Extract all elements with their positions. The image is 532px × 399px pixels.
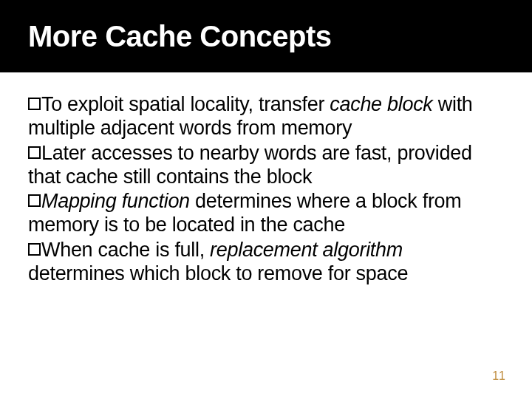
bullet-box-icon xyxy=(28,98,41,110)
bullet-item: To exploit spatial locality, transfer ca… xyxy=(28,93,504,140)
bullet-text-pre: Later accesses to nearby words are fast,… xyxy=(28,142,472,188)
bullet-text-pre: When cache is full, xyxy=(41,239,210,261)
bullet-text-em: cache block xyxy=(330,93,432,115)
bullet-text-em: Mapping function xyxy=(41,190,190,212)
bullet-text-post: determines which block to remove for spa… xyxy=(28,262,408,284)
bullet-item: Mapping function determines where a bloc… xyxy=(28,190,504,237)
bullet-box-icon xyxy=(28,194,41,207)
page-number: 11 xyxy=(492,369,505,383)
slide-body: To exploit spatial locality, transfer ca… xyxy=(0,72,532,286)
bullet-text-pre: To exploit spatial locality, transfer xyxy=(41,93,330,115)
slide-title: More Cache Concepts xyxy=(28,20,332,53)
bullet-item: Later accesses to nearby words are fast,… xyxy=(28,142,504,189)
bullet-box-icon xyxy=(28,146,41,159)
bullet-item: When cache is full, replacement algorith… xyxy=(28,239,504,286)
bullet-box-icon xyxy=(28,243,41,256)
bullet-text-em: replacement algorithm xyxy=(210,239,403,261)
title-bar: More Cache Concepts xyxy=(0,0,532,72)
